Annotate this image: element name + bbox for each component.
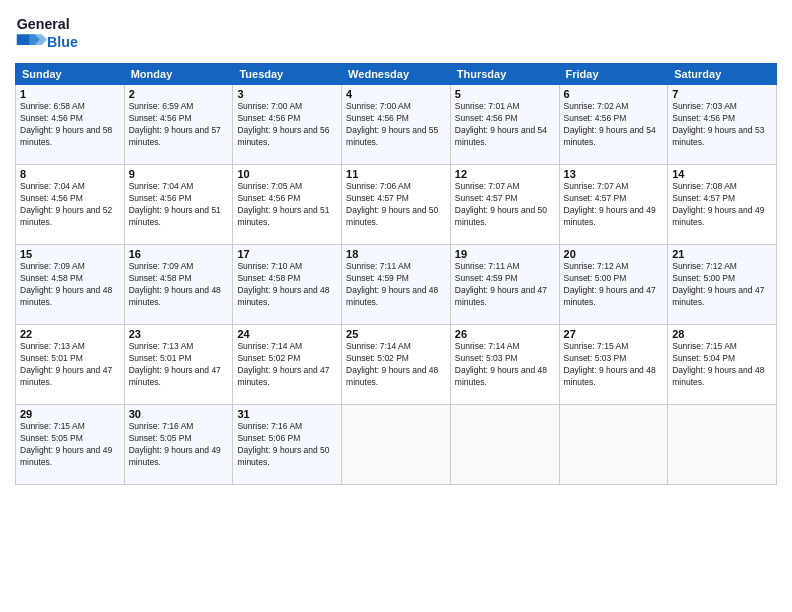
day-cell: 1 Sunrise: 6:58 AM Sunset: 4:56 PM Dayli… (16, 85, 125, 165)
weekday-header-sunday: Sunday (16, 64, 125, 85)
day-cell: 3 Sunrise: 7:00 AM Sunset: 4:56 PM Dayli… (233, 85, 342, 165)
day-cell: 31 Sunrise: 7:16 AM Sunset: 5:06 PM Dayl… (233, 405, 342, 485)
day-number: 26 (455, 328, 555, 340)
day-info: Sunrise: 7:06 AM Sunset: 4:57 PM Dayligh… (346, 181, 446, 229)
day-info: Sunrise: 7:10 AM Sunset: 4:58 PM Dayligh… (237, 261, 337, 309)
day-cell: 11 Sunrise: 7:06 AM Sunset: 4:57 PM Dayl… (342, 165, 451, 245)
day-cell: 14 Sunrise: 7:08 AM Sunset: 4:57 PM Dayl… (668, 165, 777, 245)
day-cell: 15 Sunrise: 7:09 AM Sunset: 4:58 PM Dayl… (16, 245, 125, 325)
weekday-header-tuesday: Tuesday (233, 64, 342, 85)
day-info: Sunrise: 7:13 AM Sunset: 5:01 PM Dayligh… (20, 341, 120, 389)
weekday-header-wednesday: Wednesday (342, 64, 451, 85)
day-info: Sunrise: 7:12 AM Sunset: 5:00 PM Dayligh… (672, 261, 772, 309)
day-number: 27 (564, 328, 664, 340)
day-info: Sunrise: 7:14 AM Sunset: 5:03 PM Dayligh… (455, 341, 555, 389)
day-cell (668, 405, 777, 485)
day-info: Sunrise: 7:09 AM Sunset: 4:58 PM Dayligh… (20, 261, 120, 309)
day-cell: 22 Sunrise: 7:13 AM Sunset: 5:01 PM Dayl… (16, 325, 125, 405)
header: General Blue (15, 10, 777, 55)
day-info: Sunrise: 7:00 AM Sunset: 4:56 PM Dayligh… (346, 101, 446, 149)
day-number: 8 (20, 168, 120, 180)
svg-text:Blue: Blue (47, 34, 78, 50)
day-cell: 17 Sunrise: 7:10 AM Sunset: 4:58 PM Dayl… (233, 245, 342, 325)
weekday-header-friday: Friday (559, 64, 668, 85)
day-number: 18 (346, 248, 446, 260)
day-info: Sunrise: 7:01 AM Sunset: 4:56 PM Dayligh… (455, 101, 555, 149)
day-info: Sunrise: 7:05 AM Sunset: 4:56 PM Dayligh… (237, 181, 337, 229)
day-cell: 4 Sunrise: 7:00 AM Sunset: 4:56 PM Dayli… (342, 85, 451, 165)
day-info: Sunrise: 7:04 AM Sunset: 4:56 PM Dayligh… (20, 181, 120, 229)
day-info: Sunrise: 7:16 AM Sunset: 5:05 PM Dayligh… (129, 421, 229, 469)
logo-svg: General Blue (15, 10, 95, 55)
day-cell (450, 405, 559, 485)
day-cell: 5 Sunrise: 7:01 AM Sunset: 4:56 PM Dayli… (450, 85, 559, 165)
day-number: 21 (672, 248, 772, 260)
day-cell: 8 Sunrise: 7:04 AM Sunset: 4:56 PM Dayli… (16, 165, 125, 245)
day-number: 3 (237, 88, 337, 100)
day-cell: 27 Sunrise: 7:15 AM Sunset: 5:03 PM Dayl… (559, 325, 668, 405)
weekday-header-monday: Monday (124, 64, 233, 85)
day-info: Sunrise: 7:13 AM Sunset: 5:01 PM Dayligh… (129, 341, 229, 389)
day-number: 23 (129, 328, 229, 340)
svg-marker-2 (29, 34, 47, 45)
day-number: 7 (672, 88, 772, 100)
day-number: 20 (564, 248, 664, 260)
week-row-2: 8 Sunrise: 7:04 AM Sunset: 4:56 PM Dayli… (16, 165, 777, 245)
day-number: 6 (564, 88, 664, 100)
day-number: 28 (672, 328, 772, 340)
day-info: Sunrise: 7:14 AM Sunset: 5:02 PM Dayligh… (346, 341, 446, 389)
page: General Blue SundayMondayTuesdayWednesda… (0, 0, 792, 612)
day-number: 14 (672, 168, 772, 180)
day-cell: 2 Sunrise: 6:59 AM Sunset: 4:56 PM Dayli… (124, 85, 233, 165)
day-number: 11 (346, 168, 446, 180)
week-row-3: 15 Sunrise: 7:09 AM Sunset: 4:58 PM Dayl… (16, 245, 777, 325)
day-number: 9 (129, 168, 229, 180)
svg-text:General: General (17, 16, 70, 32)
weekday-header-row: SundayMondayTuesdayWednesdayThursdayFrid… (16, 64, 777, 85)
day-number: 15 (20, 248, 120, 260)
day-number: 24 (237, 328, 337, 340)
day-info: Sunrise: 7:11 AM Sunset: 4:59 PM Dayligh… (346, 261, 446, 309)
day-cell: 7 Sunrise: 7:03 AM Sunset: 4:56 PM Dayli… (668, 85, 777, 165)
day-info: Sunrise: 7:04 AM Sunset: 4:56 PM Dayligh… (129, 181, 229, 229)
day-info: Sunrise: 7:07 AM Sunset: 4:57 PM Dayligh… (455, 181, 555, 229)
day-cell (559, 405, 668, 485)
day-number: 29 (20, 408, 120, 420)
day-cell: 16 Sunrise: 7:09 AM Sunset: 4:58 PM Dayl… (124, 245, 233, 325)
day-cell: 21 Sunrise: 7:12 AM Sunset: 5:00 PM Dayl… (668, 245, 777, 325)
day-info: Sunrise: 7:08 AM Sunset: 4:57 PM Dayligh… (672, 181, 772, 229)
day-number: 10 (237, 168, 337, 180)
week-row-4: 22 Sunrise: 7:13 AM Sunset: 5:01 PM Dayl… (16, 325, 777, 405)
day-cell: 29 Sunrise: 7:15 AM Sunset: 5:05 PM Dayl… (16, 405, 125, 485)
day-info: Sunrise: 6:58 AM Sunset: 4:56 PM Dayligh… (20, 101, 120, 149)
day-number: 1 (20, 88, 120, 100)
day-cell: 12 Sunrise: 7:07 AM Sunset: 4:57 PM Dayl… (450, 165, 559, 245)
day-info: Sunrise: 7:15 AM Sunset: 5:03 PM Dayligh… (564, 341, 664, 389)
day-info: Sunrise: 7:15 AM Sunset: 5:05 PM Dayligh… (20, 421, 120, 469)
day-number: 16 (129, 248, 229, 260)
day-cell: 20 Sunrise: 7:12 AM Sunset: 5:00 PM Dayl… (559, 245, 668, 325)
logo-area: General Blue (15, 10, 95, 55)
day-info: Sunrise: 7:09 AM Sunset: 4:58 PM Dayligh… (129, 261, 229, 309)
day-info: Sunrise: 7:12 AM Sunset: 5:00 PM Dayligh… (564, 261, 664, 309)
week-row-1: 1 Sunrise: 6:58 AM Sunset: 4:56 PM Dayli… (16, 85, 777, 165)
day-number: 2 (129, 88, 229, 100)
day-info: Sunrise: 7:11 AM Sunset: 4:59 PM Dayligh… (455, 261, 555, 309)
day-cell: 23 Sunrise: 7:13 AM Sunset: 5:01 PM Dayl… (124, 325, 233, 405)
day-cell: 6 Sunrise: 7:02 AM Sunset: 4:56 PM Dayli… (559, 85, 668, 165)
day-info: Sunrise: 7:00 AM Sunset: 4:56 PM Dayligh… (237, 101, 337, 149)
day-info: Sunrise: 7:02 AM Sunset: 4:56 PM Dayligh… (564, 101, 664, 149)
day-number: 12 (455, 168, 555, 180)
day-number: 19 (455, 248, 555, 260)
day-number: 31 (237, 408, 337, 420)
day-cell: 25 Sunrise: 7:14 AM Sunset: 5:02 PM Dayl… (342, 325, 451, 405)
day-cell: 10 Sunrise: 7:05 AM Sunset: 4:56 PM Dayl… (233, 165, 342, 245)
day-number: 5 (455, 88, 555, 100)
day-info: Sunrise: 7:15 AM Sunset: 5:04 PM Dayligh… (672, 341, 772, 389)
day-number: 17 (237, 248, 337, 260)
day-cell: 19 Sunrise: 7:11 AM Sunset: 4:59 PM Dayl… (450, 245, 559, 325)
day-info: Sunrise: 7:14 AM Sunset: 5:02 PM Dayligh… (237, 341, 337, 389)
day-number: 30 (129, 408, 229, 420)
day-cell: 24 Sunrise: 7:14 AM Sunset: 5:02 PM Dayl… (233, 325, 342, 405)
day-number: 13 (564, 168, 664, 180)
